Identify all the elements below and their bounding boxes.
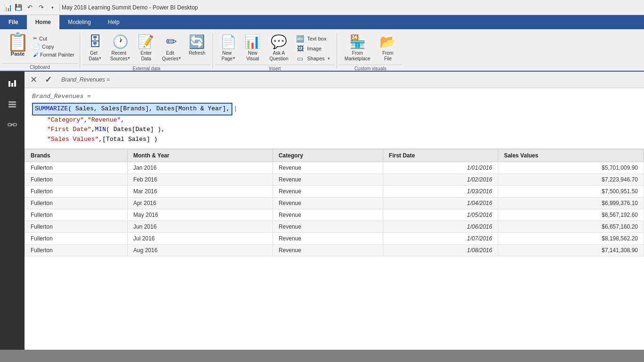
shapes-button[interactable]: ▭ Shapes ▾ [293, 54, 333, 63]
main-area: ✕ ✓ Brand_Revenues = Brand_Revenues = SU… [0, 72, 644, 350]
sidebar-item-data[interactable] [4, 96, 21, 113]
cell-6-1: Jul 2016 [127, 232, 272, 244]
format-painter-label: Format Painter [40, 52, 74, 58]
formula-confirm-button[interactable]: ✓ [43, 74, 54, 86]
table-row: FullertonMay 2016Revenue1/05/2016$6,567,… [25, 209, 644, 221]
sidebar-item-relationships[interactable] [4, 117, 21, 134]
divider-2 [213, 33, 213, 69]
shapes-chevron: ▾ [328, 56, 330, 61]
code-measure-total-sales: [Total Sales] ) [102, 135, 157, 145]
enter-data-button[interactable]: 📝 EnterData [134, 32, 158, 64]
ask-question-button[interactable]: 💬 Ask AQuestion [265, 32, 292, 64]
shapes-icon: ▭ [296, 55, 305, 62]
content-area: ✕ ✓ Brand_Revenues = Brand_Revenues = SU… [25, 72, 644, 350]
cell-5-4: $6,657,160.20 [498, 221, 644, 232]
table-header: Brands Month & Year Category First Date … [25, 149, 644, 162]
clipboard-group-label: Clipboard [2, 63, 78, 71]
new-visual-label: NewVisual [246, 50, 259, 62]
paste-button[interactable]: 📋 Paste [4, 32, 32, 58]
code-line-5: "Sales Values", [Total Sales] ) [47, 135, 636, 145]
cell-2-0: Fullerton [25, 185, 128, 197]
sidebar [0, 72, 25, 350]
refresh-button[interactable]: 🔄 Refresh [185, 32, 209, 58]
tab-home[interactable]: Home [27, 15, 59, 29]
cell-2-3: 1/03/2016 [383, 185, 498, 197]
edit-queries-chevron: ▾ [179, 56, 181, 60]
cell-7-4: $7,141,308.90 [498, 244, 644, 256]
edit-queries-label: EditQueries [162, 50, 178, 62]
divider-3 [337, 33, 337, 69]
cell-0-0: Fullerton [25, 162, 128, 173]
formula-cancel-button[interactable]: ✕ [28, 74, 39, 86]
text-box-icon: 🔤 [296, 35, 305, 42]
tab-file[interactable]: File [0, 15, 27, 29]
code-str-revenue: "Revenue" [88, 115, 121, 125]
undo-button[interactable]: ↶ [25, 2, 35, 13]
code-comma-1: , [84, 115, 88, 125]
cell-1-4: $7,223,946.70 [498, 173, 644, 185]
customize-quick-access-button[interactable]: ▾ [47, 2, 58, 13]
col-first-date: First Date [383, 149, 498, 162]
save-button[interactable]: 💾 [13, 2, 24, 13]
cut-button[interactable]: ✂ Cut [32, 35, 76, 42]
divider-1 [80, 33, 80, 69]
code-comma-2: , [121, 115, 124, 125]
paste-icon: 📋 [7, 33, 29, 51]
insert-body: 📄 NewPage ▾ 📊 NewVisual 💬 Ask AQuestion [215, 31, 334, 65]
sidebar-item-report[interactable] [4, 75, 21, 92]
ribbon-group-external-data: 🗄 GetData ▾ 🕐 RecentSources ▾ 📝 [82, 31, 211, 71]
code-cursor: | [233, 104, 237, 114]
tab-modeling[interactable]: Modeling [59, 15, 99, 29]
text-box-button[interactable]: 🔤 Text box [293, 34, 333, 43]
cell-5-3: 1/06/2016 [383, 221, 498, 232]
code-line-1: Brand_Revenues = [32, 92, 636, 102]
new-page-label-row: NewPage ▾ [222, 50, 235, 62]
code-editor[interactable]: Brand_Revenues = SUMMARIZE( Sales, Sales… [25, 88, 644, 149]
from-file-button[interactable]: 📂 FromFile [376, 32, 400, 64]
copy-button[interactable]: 📄 Copy [32, 43, 76, 50]
table-row: FullertonJan 2016Revenue1/01/2016$5,701,… [25, 162, 644, 173]
report-view-icon [8, 79, 17, 89]
code-fn-min: MIN [95, 125, 106, 135]
ribbon-content: 📋 Paste ✂ Cut 📄 Copy 🖌 Format Pai [0, 29, 644, 71]
cell-6-3: 1/07/2016 [383, 232, 498, 244]
enter-data-label: EnterData [140, 50, 152, 62]
app-icon: 📊 [4, 3, 12, 12]
edit-queries-button[interactable]: ✏ EditQueries ▾ [160, 32, 183, 64]
image-button[interactable]: 🖼 Image [293, 44, 333, 53]
formula-measure-name: Brand_Revenues = [61, 76, 110, 83]
from-marketplace-button[interactable]: 🏪 FromMarketplace [341, 32, 374, 64]
col-brands: Brands [25, 149, 128, 162]
tab-help[interactable]: Help [99, 15, 128, 29]
redo-button[interactable]: ↷ [36, 2, 46, 13]
code-str-sales-values: "Sales Values" [47, 135, 99, 145]
from-marketplace-label: FromMarketplace [345, 50, 370, 62]
title-bar-separator [59, 4, 60, 11]
ribbon-tab-bar: File Home Modeling Help [0, 15, 644, 29]
relationships-view-icon [8, 121, 17, 130]
cell-7-1: Aug 2016 [127, 244, 272, 256]
data-table: Brands Month & Year Category First Date … [25, 149, 644, 350]
cell-1-1: Feb 2016 [127, 173, 272, 185]
get-data-chevron: ▾ [99, 56, 101, 60]
clipboard-small-buttons: ✂ Cut 📄 Copy 🖌 Format Painter [32, 35, 76, 58]
table-row: FullertonAug 2016Revenue1/08/2016$7,141,… [25, 244, 644, 256]
cell-4-4: $6,567,192.60 [498, 209, 644, 221]
code-label-brand-revenues: Brand_Revenues = [32, 92, 91, 102]
table-row: FullertonApr 2016Revenue1/04/2016$6,999,… [25, 197, 644, 209]
image-label: Image [307, 46, 322, 51]
code-comma-4: , [99, 135, 102, 145]
custom-visuals-body: 🏪 FromMarketplace 📂 FromFile [339, 31, 402, 65]
cell-4-1: May 2016 [127, 209, 272, 221]
get-data-button[interactable]: 🗄 GetData ▾ [84, 32, 107, 64]
new-visual-button[interactable]: 📊 NewVisual [240, 32, 264, 64]
ribbon-group-insert: 📄 NewPage ▾ 📊 NewVisual 💬 Ask AQuestion [215, 31, 334, 71]
cell-2-4: $7,500,951.50 [498, 185, 644, 197]
recent-sources-button[interactable]: 🕐 RecentSources ▾ [108, 32, 132, 64]
cell-5-2: Revenue [272, 221, 383, 232]
new-page-button[interactable]: 📄 NewPage ▾ [217, 32, 239, 64]
format-painter-button[interactable]: 🖌 Format Painter [32, 51, 76, 58]
cut-icon: ✂ [33, 35, 37, 41]
cell-4-0: Fullerton [25, 209, 128, 221]
ask-question-icon: 💬 [271, 34, 287, 49]
